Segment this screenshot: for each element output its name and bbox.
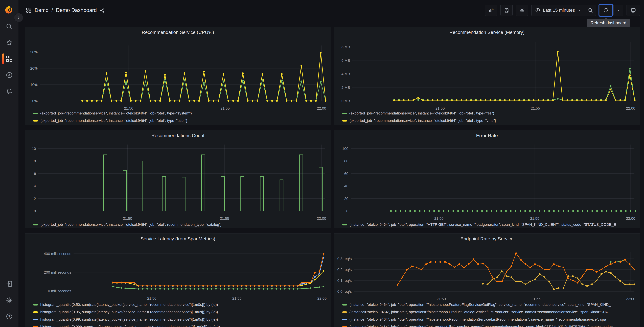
panel-legend: {exported_job="recommendationservice", i… [342,110,638,124]
svg-text:0.3 req/s: 0.3 req/s [337,257,352,261]
legend-swatch [33,224,38,226]
svg-text:6 MB: 6 MB [342,58,350,62]
monitor-icon [630,8,636,13]
legend-item[interactable]: {instance="otelcol:9464", job="otel", op… [342,323,638,327]
svg-text:40: 40 [344,184,348,188]
time-controls-group: Last 15 minutes [531,5,596,16]
breadcrumb: Demo / Demo Dashboard [26,7,105,13]
legend-item[interactable]: histogram_quantile(0.99, sum(rate(latenc… [33,316,329,323]
sidebar-item-dashboards[interactable] [0,53,18,65]
bar-chart[interactable]: 024681021:5021:5522:00 [25,130,331,228]
dashboards-grid-icon [26,8,32,13]
zoom-out-icon [588,8,593,13]
save-dashboard-button[interactable] [500,5,512,16]
svg-text:21:50: 21:50 [437,297,446,301]
legend-label[interactable]: {instance="otelcol:9464", job="otel", op… [349,325,613,327]
svg-text:400 milliseconds: 400 milliseconds [44,252,71,256]
legend-label[interactable]: {exported_job="recommendationservice", i… [40,111,192,116]
timeseries-chart[interactable]: 02040608010021:5021:5522:00 [334,130,640,228]
svg-text:200 milliseconds: 200 milliseconds [44,270,71,274]
dashboard-settings-button[interactable] [516,5,528,16]
header: Demo / Demo Dashboard Last 15 minutes [18,0,644,20]
sidebar-item-starred[interactable] [0,36,18,49]
svg-text:10%: 10% [30,82,38,87]
help-icon: ? [6,313,13,320]
sidebar-item-help[interactable]: ? [0,310,18,322]
legend-label[interactable]: {exported_job="recommendationservice", i… [40,222,222,227]
svg-text:80: 80 [344,159,348,163]
svg-text:21:55: 21:55 [530,216,540,220]
legend-item[interactable]: histogram_quantile(0.999, sum(rate(laten… [33,323,329,327]
svg-text:4: 4 [34,184,36,188]
grafana-logo[interactable] [4,5,14,15]
svg-text:0.2 req/s: 0.2 req/s [337,268,352,272]
svg-text:0: 0 [346,209,348,213]
svg-text:21:55: 21:55 [531,297,540,301]
legend-item[interactable]: {exported_job="recommendationservice", i… [33,117,329,124]
chevron-right-icon [16,16,21,20]
legend-item[interactable]: {exported_job="recommendationservice", i… [342,110,638,117]
kiosk-mode-button[interactable] [626,5,640,16]
legend-label[interactable]: {instance="otelcol:9464", job="otel", op… [349,302,610,307]
zoom-out-time-button[interactable] [585,5,596,16]
legend-label[interactable]: {exported_job="recommendationservice", i… [349,111,494,116]
refresh-dashboard-button[interactable] [599,5,612,16]
save-icon [504,8,509,13]
panel-endpoint-rate: Endpoint Rate by Service 0.0 req/s0.1 re… [334,233,640,327]
refresh-interval-dropdown[interactable] [614,5,623,16]
sidebar-item-settings[interactable] [0,294,18,306]
svg-text:60: 60 [344,172,348,176]
legend-item[interactable]: {instance="otelcol:9464", job="otel", op… [342,316,638,323]
svg-text:22:00: 22:00 [317,296,326,300]
legend-swatch [33,304,38,306]
legend-swatch [33,120,38,122]
svg-text:21:50: 21:50 [147,296,156,300]
alerting-bell-icon [6,88,13,95]
legend-label[interactable]: histogram_quantile(0.50, sum(rate(latenc… [40,302,218,307]
svg-text:6: 6 [34,172,36,176]
chevron-down-icon [577,8,582,12]
breadcrumb-folder[interactable]: Demo [34,7,48,13]
svg-text:0 milliseconds: 0 milliseconds [48,289,71,293]
legend-swatch [33,312,38,313]
share-dashboard-button[interactable] [100,8,105,13]
time-range-picker[interactable]: Last 15 minutes [532,5,585,16]
breadcrumb-dashboard-title[interactable]: Demo Dashboard [56,7,97,13]
refresh-tooltip: Refresh dashboard [587,19,630,27]
dashboards-grid-icon [6,55,13,62]
search-icon [6,23,13,30]
legend-label[interactable]: histogram_quantile(0.99, sum(rate(latenc… [40,317,218,322]
legend-item[interactable]: {exported_job="recommendationservice", i… [33,221,329,228]
legend-item[interactable]: {instance="otelcol:9464", job="otel", op… [342,221,638,228]
sidebar-item-search[interactable] [0,20,18,32]
sidebar-item-sign-in[interactable] [0,278,18,290]
legend-label[interactable]: {exported_job="recommendationservice", i… [40,118,187,123]
legend-label[interactable]: {instance="otelcol:9464", job="otel", op… [349,310,608,314]
legend-item[interactable]: {exported_job="recommendationservice", i… [342,117,638,124]
time-range-label: Last 15 minutes [543,8,575,13]
sidebar-expand-button[interactable] [14,13,23,22]
chevron-down-icon [616,8,620,12]
svg-text:22:00: 22:00 [626,216,635,220]
legend-label[interactable]: histogram_quantile(0.95, sum(rate(latenc… [40,310,218,314]
legend-item[interactable]: {exported_job="recommendationservice", i… [33,110,329,117]
panel-recommendations-count: Recommendations Count 024681021:5021:552… [25,130,331,228]
add-panel-button[interactable] [485,5,497,16]
legend-label[interactable]: {exported_job="recommendationservice", i… [349,118,496,123]
legend-item[interactable]: histogram_quantile(0.95, sum(rate(latenc… [33,308,329,316]
dashboard-toolbar: Last 15 minutes [485,5,640,16]
legend-item[interactable]: {instance="otelcol:9464", job="otel", op… [342,301,638,308]
breadcrumb-separator: / [52,7,53,13]
sidebar-item-alerting[interactable] [0,85,18,97]
legend-item[interactable]: {instance="otelcol:9464", job="otel", op… [342,308,638,316]
clock-icon [535,8,540,13]
legend-label[interactable]: {instance="otelcol:9464", job="otel", op… [349,222,616,227]
sidebar-item-explore[interactable] [0,69,18,81]
svg-text:10: 10 [32,146,36,151]
svg-text:21:50: 21:50 [434,216,444,220]
legend-swatch [342,326,347,327]
legend-label[interactable]: histogram_quantile(0.999, sum(rate(laten… [40,325,220,327]
svg-text:0 MB: 0 MB [342,99,350,103]
legend-label[interactable]: {instance="otelcol:9464", job="otel", op… [349,317,606,322]
legend-item[interactable]: histogram_quantile(0.50, sum(rate(latenc… [33,301,329,308]
